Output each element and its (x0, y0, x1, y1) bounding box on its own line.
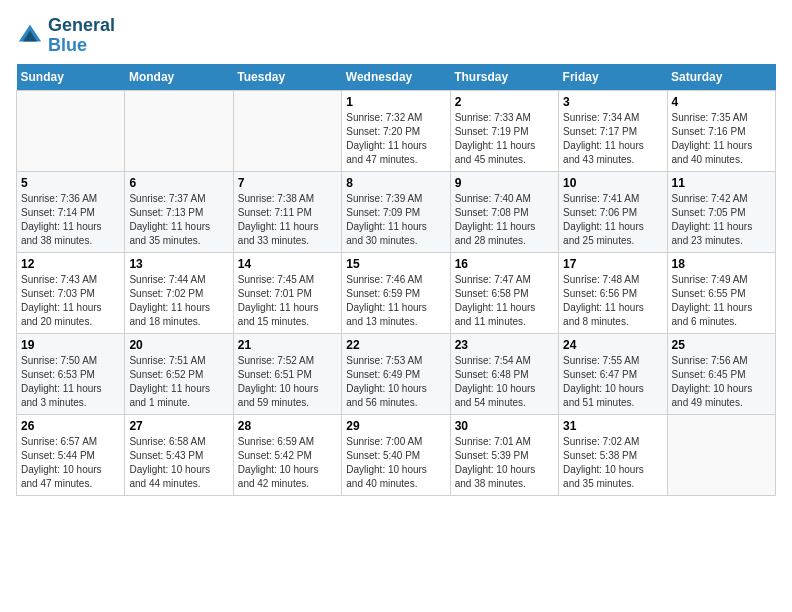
day-info: Sunrise: 7:51 AM Sunset: 6:52 PM Dayligh… (129, 354, 228, 410)
day-of-week-header: Wednesday (342, 64, 450, 91)
day-info: Sunrise: 7:38 AM Sunset: 7:11 PM Dayligh… (238, 192, 337, 248)
logo-text: General Blue (48, 16, 115, 56)
calendar-week-row: 5Sunrise: 7:36 AM Sunset: 7:14 PM Daylig… (17, 171, 776, 252)
calendar-cell (667, 414, 775, 495)
logo-icon (16, 22, 44, 50)
calendar-cell (17, 90, 125, 171)
day-number: 29 (346, 419, 445, 433)
day-of-week-header: Friday (559, 64, 667, 91)
day-number: 4 (672, 95, 771, 109)
calendar-cell: 19Sunrise: 7:50 AM Sunset: 6:53 PM Dayli… (17, 333, 125, 414)
calendar-cell: 4Sunrise: 7:35 AM Sunset: 7:16 PM Daylig… (667, 90, 775, 171)
day-number: 23 (455, 338, 554, 352)
calendar-cell: 10Sunrise: 7:41 AM Sunset: 7:06 PM Dayli… (559, 171, 667, 252)
calendar-cell: 5Sunrise: 7:36 AM Sunset: 7:14 PM Daylig… (17, 171, 125, 252)
calendar-cell: 2Sunrise: 7:33 AM Sunset: 7:19 PM Daylig… (450, 90, 558, 171)
calendar-cell: 17Sunrise: 7:48 AM Sunset: 6:56 PM Dayli… (559, 252, 667, 333)
day-of-week-header: Saturday (667, 64, 775, 91)
day-number: 26 (21, 419, 120, 433)
calendar-cell: 18Sunrise: 7:49 AM Sunset: 6:55 PM Dayli… (667, 252, 775, 333)
calendar-cell: 9Sunrise: 7:40 AM Sunset: 7:08 PM Daylig… (450, 171, 558, 252)
calendar-cell: 13Sunrise: 7:44 AM Sunset: 7:02 PM Dayli… (125, 252, 233, 333)
day-info: Sunrise: 7:49 AM Sunset: 6:55 PM Dayligh… (672, 273, 771, 329)
day-number: 21 (238, 338, 337, 352)
day-info: Sunrise: 7:45 AM Sunset: 7:01 PM Dayligh… (238, 273, 337, 329)
calendar-cell: 30Sunrise: 7:01 AM Sunset: 5:39 PM Dayli… (450, 414, 558, 495)
calendar-cell: 26Sunrise: 6:57 AM Sunset: 5:44 PM Dayli… (17, 414, 125, 495)
day-info: Sunrise: 7:41 AM Sunset: 7:06 PM Dayligh… (563, 192, 662, 248)
day-info: Sunrise: 6:59 AM Sunset: 5:42 PM Dayligh… (238, 435, 337, 491)
day-info: Sunrise: 7:50 AM Sunset: 6:53 PM Dayligh… (21, 354, 120, 410)
page-header: General Blue (16, 16, 776, 56)
day-info: Sunrise: 7:32 AM Sunset: 7:20 PM Dayligh… (346, 111, 445, 167)
day-number: 9 (455, 176, 554, 190)
day-info: Sunrise: 7:47 AM Sunset: 6:58 PM Dayligh… (455, 273, 554, 329)
calendar-week-row: 12Sunrise: 7:43 AM Sunset: 7:03 PM Dayli… (17, 252, 776, 333)
calendar-cell: 20Sunrise: 7:51 AM Sunset: 6:52 PM Dayli… (125, 333, 233, 414)
day-number: 10 (563, 176, 662, 190)
logo: General Blue (16, 16, 115, 56)
day-of-week-header: Tuesday (233, 64, 341, 91)
day-number: 11 (672, 176, 771, 190)
day-info: Sunrise: 7:53 AM Sunset: 6:49 PM Dayligh… (346, 354, 445, 410)
day-number: 5 (21, 176, 120, 190)
day-info: Sunrise: 7:35 AM Sunset: 7:16 PM Dayligh… (672, 111, 771, 167)
day-info: Sunrise: 7:01 AM Sunset: 5:39 PM Dayligh… (455, 435, 554, 491)
day-info: Sunrise: 7:44 AM Sunset: 7:02 PM Dayligh… (129, 273, 228, 329)
calendar-cell: 3Sunrise: 7:34 AM Sunset: 7:17 PM Daylig… (559, 90, 667, 171)
calendar-header-row: SundayMondayTuesdayWednesdayThursdayFrid… (17, 64, 776, 91)
calendar-cell: 24Sunrise: 7:55 AM Sunset: 6:47 PM Dayli… (559, 333, 667, 414)
day-info: Sunrise: 7:54 AM Sunset: 6:48 PM Dayligh… (455, 354, 554, 410)
calendar-cell: 1Sunrise: 7:32 AM Sunset: 7:20 PM Daylig… (342, 90, 450, 171)
day-number: 6 (129, 176, 228, 190)
day-info: Sunrise: 7:33 AM Sunset: 7:19 PM Dayligh… (455, 111, 554, 167)
day-info: Sunrise: 6:57 AM Sunset: 5:44 PM Dayligh… (21, 435, 120, 491)
day-info: Sunrise: 7:56 AM Sunset: 6:45 PM Dayligh… (672, 354, 771, 410)
day-number: 24 (563, 338, 662, 352)
day-number: 28 (238, 419, 337, 433)
day-info: Sunrise: 7:46 AM Sunset: 6:59 PM Dayligh… (346, 273, 445, 329)
calendar-cell: 15Sunrise: 7:46 AM Sunset: 6:59 PM Dayli… (342, 252, 450, 333)
day-info: Sunrise: 7:48 AM Sunset: 6:56 PM Dayligh… (563, 273, 662, 329)
day-number: 8 (346, 176, 445, 190)
day-of-week-header: Monday (125, 64, 233, 91)
calendar-cell: 22Sunrise: 7:53 AM Sunset: 6:49 PM Dayli… (342, 333, 450, 414)
calendar-week-row: 1Sunrise: 7:32 AM Sunset: 7:20 PM Daylig… (17, 90, 776, 171)
day-number: 31 (563, 419, 662, 433)
calendar-cell: 16Sunrise: 7:47 AM Sunset: 6:58 PM Dayli… (450, 252, 558, 333)
day-info: Sunrise: 7:39 AM Sunset: 7:09 PM Dayligh… (346, 192, 445, 248)
day-info: Sunrise: 7:42 AM Sunset: 7:05 PM Dayligh… (672, 192, 771, 248)
day-number: 16 (455, 257, 554, 271)
calendar-cell: 11Sunrise: 7:42 AM Sunset: 7:05 PM Dayli… (667, 171, 775, 252)
calendar-cell (233, 90, 341, 171)
day-info: Sunrise: 7:40 AM Sunset: 7:08 PM Dayligh… (455, 192, 554, 248)
calendar-week-row: 19Sunrise: 7:50 AM Sunset: 6:53 PM Dayli… (17, 333, 776, 414)
day-info: Sunrise: 7:02 AM Sunset: 5:38 PM Dayligh… (563, 435, 662, 491)
day-number: 22 (346, 338, 445, 352)
day-number: 7 (238, 176, 337, 190)
day-number: 12 (21, 257, 120, 271)
day-number: 17 (563, 257, 662, 271)
day-info: Sunrise: 7:34 AM Sunset: 7:17 PM Dayligh… (563, 111, 662, 167)
calendar-cell: 31Sunrise: 7:02 AM Sunset: 5:38 PM Dayli… (559, 414, 667, 495)
calendar-cell: 27Sunrise: 6:58 AM Sunset: 5:43 PM Dayli… (125, 414, 233, 495)
day-info: Sunrise: 7:37 AM Sunset: 7:13 PM Dayligh… (129, 192, 228, 248)
day-number: 27 (129, 419, 228, 433)
day-number: 14 (238, 257, 337, 271)
day-number: 20 (129, 338, 228, 352)
day-of-week-header: Thursday (450, 64, 558, 91)
calendar-cell: 6Sunrise: 7:37 AM Sunset: 7:13 PM Daylig… (125, 171, 233, 252)
calendar-cell: 14Sunrise: 7:45 AM Sunset: 7:01 PM Dayli… (233, 252, 341, 333)
day-of-week-header: Sunday (17, 64, 125, 91)
calendar-cell: 23Sunrise: 7:54 AM Sunset: 6:48 PM Dayli… (450, 333, 558, 414)
calendar-week-row: 26Sunrise: 6:57 AM Sunset: 5:44 PM Dayli… (17, 414, 776, 495)
calendar-cell (125, 90, 233, 171)
calendar-cell: 8Sunrise: 7:39 AM Sunset: 7:09 PM Daylig… (342, 171, 450, 252)
day-number: 25 (672, 338, 771, 352)
day-info: Sunrise: 6:58 AM Sunset: 5:43 PM Dayligh… (129, 435, 228, 491)
calendar-cell: 21Sunrise: 7:52 AM Sunset: 6:51 PM Dayli… (233, 333, 341, 414)
calendar-cell: 25Sunrise: 7:56 AM Sunset: 6:45 PM Dayli… (667, 333, 775, 414)
day-number: 1 (346, 95, 445, 109)
calendar-cell: 28Sunrise: 6:59 AM Sunset: 5:42 PM Dayli… (233, 414, 341, 495)
calendar-cell: 7Sunrise: 7:38 AM Sunset: 7:11 PM Daylig… (233, 171, 341, 252)
